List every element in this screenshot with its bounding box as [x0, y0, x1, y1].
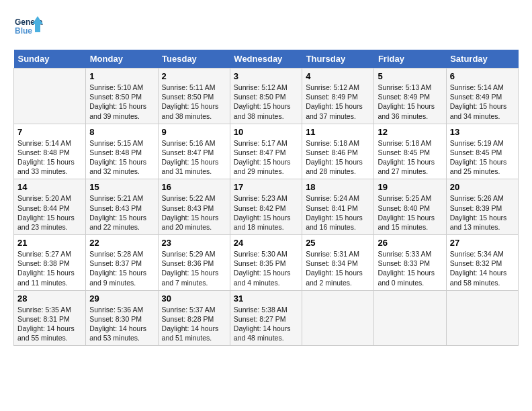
- day-cell: 11 Sunrise: 5:18 AMSunset: 8:46 PMDaylig…: [302, 124, 374, 179]
- logo-svg: General Blue: [13, 13, 43, 43]
- column-header-friday: Friday: [374, 50, 446, 68]
- day-info: Sunrise: 5:35 AMSunset: 8:31 PMDaylight:…: [17, 305, 82, 343]
- day-cell: 28 Sunrise: 5:35 AMSunset: 8:31 PMDaylig…: [14, 290, 86, 346]
- day-cell: 26 Sunrise: 5:33 AMSunset: 8:33 PMDaylig…: [374, 235, 446, 291]
- day-number: 11: [306, 127, 370, 137]
- day-cell: 20 Sunrise: 5:26 AMSunset: 8:39 PMDaylig…: [446, 179, 518, 235]
- day-number: 6: [450, 71, 515, 81]
- day-number: 21: [17, 238, 82, 248]
- day-number: 26: [378, 238, 442, 248]
- day-cell: 16 Sunrise: 5:22 AMSunset: 8:43 PMDaylig…: [158, 179, 230, 235]
- day-cell: 13 Sunrise: 5:19 AMSunset: 8:45 PMDaylig…: [446, 124, 518, 179]
- calendar-table: SundayMondayTuesdayWednesdayThursdayFrid…: [13, 50, 519, 346]
- day-cell: 4 Sunrise: 5:12 AMSunset: 8:49 PMDayligh…: [302, 68, 374, 124]
- day-info: Sunrise: 5:24 AMSunset: 8:41 PMDaylight:…: [306, 193, 370, 232]
- day-cell: 14 Sunrise: 5:20 AMSunset: 8:44 PMDaylig…: [14, 179, 86, 235]
- day-cell: 15 Sunrise: 5:21 AMSunset: 8:43 PMDaylig…: [86, 179, 158, 235]
- day-number: 28: [17, 293, 82, 304]
- day-info: Sunrise: 5:21 AMSunset: 8:43 PMDaylight:…: [89, 193, 154, 232]
- day-info: Sunrise: 5:17 AMSunset: 8:47 PMDaylight:…: [234, 138, 298, 177]
- svg-text:Blue: Blue: [15, 26, 32, 36]
- column-header-thursday: Thursday: [302, 50, 374, 68]
- week-row-2: 7 Sunrise: 5:14 AMSunset: 8:48 PMDayligh…: [14, 124, 519, 179]
- day-info: Sunrise: 5:10 AMSunset: 8:50 PMDaylight:…: [89, 83, 154, 121]
- day-number: 16: [162, 182, 226, 192]
- day-info: Sunrise: 5:18 AMSunset: 8:45 PMDaylight:…: [378, 138, 442, 177]
- day-cell: 8 Sunrise: 5:15 AMSunset: 8:48 PMDayligh…: [86, 124, 158, 179]
- day-info: Sunrise: 5:14 AMSunset: 8:48 PMDaylight:…: [17, 138, 82, 177]
- day-info: Sunrise: 5:23 AMSunset: 8:42 PMDaylight:…: [234, 193, 298, 232]
- day-cell: 27 Sunrise: 5:34 AMSunset: 8:32 PMDaylig…: [446, 235, 518, 291]
- day-number: 30: [162, 293, 226, 304]
- day-number: 10: [234, 127, 298, 137]
- day-cell: [302, 290, 374, 346]
- day-info: Sunrise: 5:37 AMSunset: 8:28 PMDaylight:…: [162, 305, 226, 343]
- day-number: 18: [306, 182, 370, 192]
- day-number: 24: [234, 238, 298, 248]
- column-header-monday: Monday: [86, 50, 158, 68]
- day-info: Sunrise: 5:14 AMSunset: 8:49 PMDaylight:…: [450, 83, 515, 121]
- day-info: Sunrise: 5:18 AMSunset: 8:46 PMDaylight:…: [306, 138, 370, 177]
- day-number: 15: [89, 182, 154, 192]
- day-info: Sunrise: 5:20 AMSunset: 8:44 PMDaylight:…: [17, 193, 82, 232]
- day-info: Sunrise: 5:30 AMSunset: 8:35 PMDaylight:…: [234, 249, 298, 287]
- day-info: Sunrise: 5:12 AMSunset: 8:50 PMDaylight:…: [234, 83, 298, 121]
- day-info: Sunrise: 5:33 AMSunset: 8:33 PMDaylight:…: [378, 249, 442, 287]
- logo: General Blue: [13, 13, 43, 43]
- day-cell: 19 Sunrise: 5:25 AMSunset: 8:40 PMDaylig…: [374, 179, 446, 235]
- day-info: Sunrise: 5:25 AMSunset: 8:40 PMDaylight:…: [378, 193, 442, 232]
- day-cell: 6 Sunrise: 5:14 AMSunset: 8:49 PMDayligh…: [446, 68, 518, 124]
- day-cell: [14, 68, 86, 124]
- day-number: 14: [17, 182, 82, 192]
- page-header: General Blue: [13, 13, 519, 43]
- day-info: Sunrise: 5:19 AMSunset: 8:45 PMDaylight:…: [450, 138, 515, 177]
- day-info: Sunrise: 5:16 AMSunset: 8:47 PMDaylight:…: [162, 138, 226, 177]
- week-row-4: 21 Sunrise: 5:27 AMSunset: 8:38 PMDaylig…: [14, 235, 519, 291]
- day-number: 9: [162, 127, 226, 137]
- day-cell: 23 Sunrise: 5:29 AMSunset: 8:36 PMDaylig…: [158, 235, 230, 291]
- week-row-3: 14 Sunrise: 5:20 AMSunset: 8:44 PMDaylig…: [14, 179, 519, 235]
- day-cell: 1 Sunrise: 5:10 AMSunset: 8:50 PMDayligh…: [86, 68, 158, 124]
- day-info: Sunrise: 5:13 AMSunset: 8:49 PMDaylight:…: [378, 83, 442, 121]
- day-number: 25: [306, 238, 370, 248]
- week-row-1: 1 Sunrise: 5:10 AMSunset: 8:50 PMDayligh…: [14, 68, 519, 124]
- day-info: Sunrise: 5:15 AMSunset: 8:48 PMDaylight:…: [89, 138, 154, 177]
- day-cell: 12 Sunrise: 5:18 AMSunset: 8:45 PMDaylig…: [374, 124, 446, 179]
- day-number: 19: [378, 182, 442, 192]
- day-cell: 2 Sunrise: 5:11 AMSunset: 8:50 PMDayligh…: [158, 68, 230, 124]
- day-info: Sunrise: 5:22 AMSunset: 8:43 PMDaylight:…: [162, 193, 226, 232]
- day-info: Sunrise: 5:29 AMSunset: 8:36 PMDaylight:…: [162, 249, 226, 287]
- day-cell: 9 Sunrise: 5:16 AMSunset: 8:47 PMDayligh…: [158, 124, 230, 179]
- day-cell: 10 Sunrise: 5:17 AMSunset: 8:47 PMDaylig…: [230, 124, 302, 179]
- day-number: 12: [378, 127, 442, 137]
- day-number: 1: [89, 71, 154, 81]
- day-info: Sunrise: 5:11 AMSunset: 8:50 PMDaylight:…: [162, 83, 226, 121]
- day-number: 27: [450, 238, 515, 248]
- day-number: 4: [306, 71, 370, 81]
- day-info: Sunrise: 5:34 AMSunset: 8:32 PMDaylight:…: [450, 249, 515, 287]
- day-cell: [446, 290, 518, 346]
- day-cell: 7 Sunrise: 5:14 AMSunset: 8:48 PMDayligh…: [14, 124, 86, 179]
- day-cell: 3 Sunrise: 5:12 AMSunset: 8:50 PMDayligh…: [230, 68, 302, 124]
- day-number: 2: [162, 71, 226, 81]
- day-number: 5: [378, 71, 442, 81]
- day-info: Sunrise: 5:27 AMSunset: 8:38 PMDaylight:…: [17, 249, 82, 287]
- day-info: Sunrise: 5:26 AMSunset: 8:39 PMDaylight:…: [450, 193, 515, 232]
- day-number: 17: [234, 182, 298, 192]
- day-number: 23: [162, 238, 226, 248]
- day-cell: 22 Sunrise: 5:28 AMSunset: 8:37 PMDaylig…: [86, 235, 158, 291]
- day-number: 22: [89, 238, 154, 248]
- column-header-saturday: Saturday: [446, 50, 518, 68]
- day-cell: 31 Sunrise: 5:38 AMSunset: 8:27 PMDaylig…: [230, 290, 302, 346]
- day-cell: 25 Sunrise: 5:31 AMSunset: 8:34 PMDaylig…: [302, 235, 374, 291]
- header-row: SundayMondayTuesdayWednesdayThursdayFrid…: [14, 50, 519, 68]
- day-cell: 21 Sunrise: 5:27 AMSunset: 8:38 PMDaylig…: [14, 235, 86, 291]
- column-header-wednesday: Wednesday: [230, 50, 302, 68]
- day-cell: 30 Sunrise: 5:37 AMSunset: 8:28 PMDaylig…: [158, 290, 230, 346]
- day-number: 3: [234, 71, 298, 81]
- column-header-sunday: Sunday: [14, 50, 86, 68]
- day-cell: 29 Sunrise: 5:36 AMSunset: 8:30 PMDaylig…: [86, 290, 158, 346]
- day-info: Sunrise: 5:36 AMSunset: 8:30 PMDaylight:…: [89, 305, 154, 343]
- day-number: 7: [17, 127, 82, 137]
- day-cell: 18 Sunrise: 5:24 AMSunset: 8:41 PMDaylig…: [302, 179, 374, 235]
